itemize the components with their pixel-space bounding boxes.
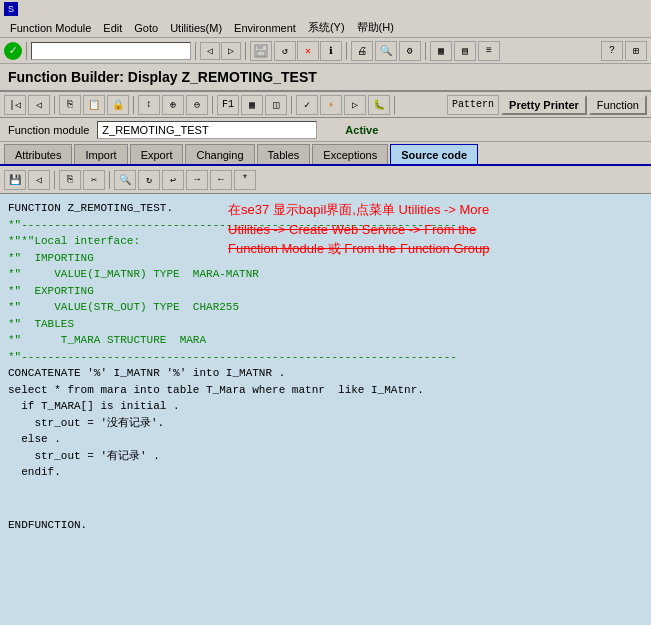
activate-button[interactable]: ⚡ <box>320 95 342 115</box>
info-button[interactable]: ℹ <box>320 41 342 61</box>
pattern-button[interactable]: Pattern <box>447 95 499 115</box>
main-toolbar: ✓ ◁ ▷ ↺ ✕ ℹ 🖨 🔍 ⚙ ▦ ▤ ≡ ? ⊞ <box>0 38 651 64</box>
code-copy-button[interactable]: ⎘ <box>59 170 81 190</box>
tab-source-code[interactable]: Source code <box>390 144 478 164</box>
code-save-button[interactable]: 💾 <box>4 170 26 190</box>
code-line-17: endif. <box>8 464 643 481</box>
svg-rect-2 <box>257 51 265 56</box>
test-button[interactable]: ▷ <box>344 95 366 115</box>
pretty-printer-button[interactable]: Pretty Printer <box>501 95 587 115</box>
code-line-1: FUNCTION Z_REMOTING_TEST. <box>8 200 643 217</box>
tab-exceptions[interactable]: Exceptions <box>312 144 388 164</box>
code-toolbar: 💾 ◁ ⎘ ✂ 🔍 ↻ ↩ → ← * <box>0 166 651 194</box>
code-area[interactable]: FUNCTION Z_REMOTING_TEST. *"------------… <box>0 194 651 625</box>
code-line-14: str_out = '没有记录'. <box>8 415 643 432</box>
code-line-18 <box>8 481 643 499</box>
code-undo-button[interactable]: ↩ <box>162 170 184 190</box>
tab-changing[interactable]: Changing <box>185 144 254 164</box>
code-back-button[interactable]: ◁ <box>28 170 50 190</box>
tab-attributes[interactable]: Attributes <box>4 144 72 164</box>
command-field[interactable] <box>31 42 191 60</box>
function-module-row: Function module Z_REMOTING_TEST Active <box>0 118 651 142</box>
fm-label: Function module <box>8 124 89 136</box>
code-line-4: *" IMPORTING <box>8 250 643 267</box>
code-cut-button[interactable]: ✂ <box>83 170 105 190</box>
layout-button[interactable]: ▦ <box>430 41 452 61</box>
code-line-15: else . <box>8 431 643 448</box>
code-line-13: if T_MARA[] is initial . <box>8 398 643 415</box>
code-line-12: select * from mara into table T_Mara whe… <box>8 382 643 399</box>
lock-button[interactable]: 🔒 <box>107 95 129 115</box>
code-line-16: str_out = '有记录' . <box>8 448 643 465</box>
tabs-bar: Attributes Import Export Changing Tables… <box>0 142 651 166</box>
debug-button[interactable]: 🐛 <box>368 95 390 115</box>
func2-button[interactable]: ▦ <box>241 95 263 115</box>
menu-bar: Function Module Edit Goto Utilities(M) E… <box>0 18 651 38</box>
app-icon: S <box>4 2 18 16</box>
fm-value: Z_REMOTING_TEST <box>97 121 317 139</box>
action-buttons: ↺ ✕ ℹ <box>274 41 342 61</box>
menu-goto[interactable]: Goto <box>128 20 164 36</box>
code-find-button[interactable]: 🔍 <box>114 170 136 190</box>
settings-button[interactable]: ⚙ <box>399 41 421 61</box>
code-line-3: *"*"Local interface: <box>8 233 643 250</box>
insert-button[interactable]: ⊕ <box>162 95 184 115</box>
tab-tables[interactable]: Tables <box>257 144 311 164</box>
paste-button[interactable]: 📋 <box>83 95 105 115</box>
menu-system[interactable]: 系统(Y) <box>302 18 351 37</box>
fm-status: Active <box>345 124 378 136</box>
function-button[interactable]: Function <box>589 95 647 115</box>
status-icon[interactable]: ⊞ <box>625 41 647 61</box>
menu-function-module[interactable]: Function Module <box>4 20 97 36</box>
code-line-9: *" T_MARA STRUCTURE MARA <box>8 332 643 349</box>
code-line-7: *" VALUE(STR_OUT) TYPE CHAR255 <box>8 299 643 316</box>
delete-button[interactable]: ⊖ <box>186 95 208 115</box>
stop-button[interactable]: ✕ <box>297 41 319 61</box>
code-line-10: *"--------------------------------------… <box>8 349 643 366</box>
tab-export[interactable]: Export <box>130 144 184 164</box>
func3-button[interactable]: ◫ <box>265 95 287 115</box>
code-line-19 <box>8 499 643 517</box>
code-replace-button[interactable]: ↻ <box>138 170 160 190</box>
code-outdent-button[interactable]: ← <box>210 170 232 190</box>
func1-button[interactable]: F1 <box>217 95 239 115</box>
refresh-button[interactable]: ↺ <box>274 41 296 61</box>
menu-utilities[interactable]: Utilities(M) <box>164 20 228 36</box>
svg-rect-1 <box>257 45 263 49</box>
print-button[interactable]: 🖨 <box>351 41 373 61</box>
forward-button[interactable]: ▷ <box>221 42 241 60</box>
grid-button[interactable]: ▤ <box>454 41 476 61</box>
back-button[interactable]: ◁ <box>200 42 220 60</box>
code-indent-button[interactable]: → <box>186 170 208 190</box>
move-button[interactable]: ↕ <box>138 95 160 115</box>
code-line-5: *" VALUE(I_MATNR) TYPE MARA-MATNR <box>8 266 643 283</box>
code-line-20: ENDFUNCTION. <box>8 517 643 534</box>
save-button[interactable] <box>250 41 272 61</box>
code-line-6: *" EXPORTING <box>8 283 643 300</box>
help-icon[interactable]: ? <box>601 41 623 61</box>
tab-import[interactable]: Import <box>74 144 127 164</box>
function-toolbar: |◁ ◁ ⎘ 📋 🔒 ↕ ⊕ ⊖ F1 ▦ ◫ ✓ ⚡ ▷ 🐛 Pattern … <box>0 92 651 118</box>
menu-environment[interactable]: Environment <box>228 20 302 36</box>
copy-button[interactable]: ⎘ <box>59 95 81 115</box>
check-icon[interactable]: ✓ <box>4 42 22 60</box>
nav-buttons: ◁ ▷ <box>200 42 241 60</box>
first-button[interactable]: |◁ <box>4 95 26 115</box>
code-line-2: *"--------------------------------------… <box>8 217 643 234</box>
code-line-11: CONCATENATE '%' I_MATNR '%' into I_MATNR… <box>8 365 643 382</box>
list-button[interactable]: ≡ <box>478 41 500 61</box>
app-title: Function Builder: Display Z_REMOTING_TES… <box>0 64 651 92</box>
prev-button[interactable]: ◁ <box>28 95 50 115</box>
menu-edit[interactable]: Edit <box>97 20 128 36</box>
app-title-text: Function Builder: Display Z_REMOTING_TES… <box>8 69 317 85</box>
find-button[interactable]: 🔍 <box>375 41 397 61</box>
code-line-8: *" TABLES <box>8 316 643 333</box>
code-comment-button[interactable]: * <box>234 170 256 190</box>
title-bar: S <box>0 0 651 18</box>
check2-button[interactable]: ✓ <box>296 95 318 115</box>
menu-help[interactable]: 帮助(H) <box>351 18 400 37</box>
